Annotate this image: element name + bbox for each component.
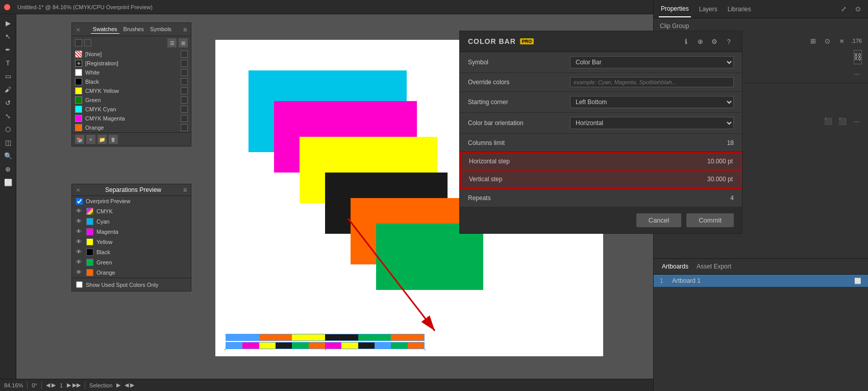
tab-properties[interactable]: Properties xyxy=(659,1,691,17)
artboard-row-1[interactable]: 1 Artboard 1 ⬜ xyxy=(654,275,868,287)
select-tool[interactable]: ▶ xyxy=(2,17,14,29)
status-bar: 84.16% 0° ◀ ▶ 1 ▶ ▶▶ Selection ▶ ◀ ▶ xyxy=(0,379,653,391)
overprint-checkbox[interactable] xyxy=(76,198,83,205)
swatch-none-row[interactable]: [None] xyxy=(72,50,191,59)
artboard-icon: ⬜ xyxy=(854,277,862,285)
blend-tool[interactable]: ⬡ xyxy=(2,123,14,135)
commit-button[interactable]: Commit xyxy=(686,213,734,227)
align-left-icon[interactable]: ⬛ xyxy=(823,116,833,126)
tab-layers[interactable]: Layers xyxy=(697,2,720,17)
type-tool[interactable]: T xyxy=(2,57,14,69)
more-options-2[interactable]: ··· xyxy=(852,116,862,126)
cancel-button[interactable]: Cancel xyxy=(636,213,681,227)
dialog-settings-icon[interactable]: ⚙ xyxy=(709,36,720,46)
chain-link-icon[interactable]: ⛓ xyxy=(854,50,862,64)
swatch-cmyk-yellow-row[interactable]: CMYK Yellow xyxy=(72,86,191,95)
show-spot-colors-checkbox[interactable] xyxy=(76,281,83,288)
right-panel-tabs: Properties Layers Libraries ⤢ ⊙ xyxy=(654,0,868,18)
swatch-new-btn[interactable]: + xyxy=(86,135,95,144)
more-options-1[interactable]: ··· xyxy=(852,68,862,79)
page-nav: ◀ ▶ xyxy=(46,382,56,388)
swatches-list-view[interactable]: ☰ xyxy=(167,38,177,47)
sep-black-row[interactable]: 👁 Black xyxy=(72,247,191,257)
tab-swatches[interactable]: Swatches xyxy=(91,25,119,34)
gradient-tool[interactable]: ◫ xyxy=(2,136,14,149)
sep-eye-black[interactable]: 👁 xyxy=(76,249,83,256)
dialog-icons: ℹ ⊕ ⚙ ? xyxy=(681,36,734,46)
eyedropper-tool[interactable]: 🔍 xyxy=(2,150,14,162)
sep-green-row[interactable]: 👁 Green xyxy=(72,257,191,267)
dialog-badge: PRO xyxy=(520,38,534,44)
dialog-link-icon[interactable]: ⊕ xyxy=(695,36,705,46)
swatches-grid-view[interactable]: ⊞ xyxy=(179,38,188,47)
symbol-select[interactable]: Color Bar xyxy=(570,56,734,68)
tab-symbols[interactable]: Symbols xyxy=(148,25,173,34)
prop-icon-2[interactable]: ⊙ xyxy=(823,36,833,46)
tab-asset-export[interactable]: Asset Export xyxy=(695,262,733,271)
swatches-menu-icon[interactable]: ≡ xyxy=(183,26,187,33)
swatch-folder-btn[interactable]: 📁 xyxy=(97,135,107,144)
sep-magenta-row[interactable]: 👁 Magenta xyxy=(72,227,191,237)
swatch-cmyk-cyan-row[interactable]: CMYK Cyan xyxy=(72,105,191,114)
sep-orange-row[interactable]: 👁 Orange xyxy=(72,267,191,278)
swatch-orange-row[interactable]: Orange xyxy=(72,123,191,132)
prop-icon-3[interactable]: ≡ xyxy=(837,36,847,46)
tab-artboards[interactable]: Artboards xyxy=(660,262,690,271)
starting-corner-select[interactable]: Left Bottom xyxy=(570,96,734,108)
sep-eye-orange[interactable]: 👁 xyxy=(76,269,83,276)
tab-libraries[interactable]: Libraries xyxy=(726,2,753,17)
columns-limit-value: 18 xyxy=(570,139,734,146)
swatch-libraries-btn[interactable]: 📚 xyxy=(75,135,84,144)
artboard-tool[interactable]: ⬜ xyxy=(2,176,14,188)
panel-resize-icon[interactable]: ⤢ xyxy=(838,4,849,14)
sep-cmyk-row[interactable]: 👁 CMYK xyxy=(72,206,191,216)
angle-value: 0° xyxy=(32,382,37,388)
panel-options-icon[interactable]: ⊙ xyxy=(853,4,863,14)
prop-icon-1[interactable]: ⊞ xyxy=(808,36,819,46)
swatch-black-row[interactable]: Black xyxy=(72,77,191,86)
zoom-level[interactable]: 84.16% xyxy=(4,382,23,388)
title-bar: Untitled-1* @ 84.16% (CMYK/CPU Overprint… xyxy=(0,0,653,14)
sep-cyan-row[interactable]: 👁 Cyan xyxy=(72,216,191,227)
direct-select-tool[interactable]: ↖ xyxy=(2,30,14,42)
override-colors-input[interactable] xyxy=(570,77,734,87)
window-title: Untitled-1* @ 84.16% (CMYK/CPU Overprint… xyxy=(17,4,153,10)
swatch-white-row[interactable]: White xyxy=(72,68,191,77)
sep-yellow-row[interactable]: 👁 Yellow xyxy=(72,237,191,247)
dialog-help-icon[interactable]: ? xyxy=(724,36,734,46)
overprint-preview-row[interactable]: Overprint Preview xyxy=(72,196,191,206)
vertical-step-value[interactable]: 30.000 pt xyxy=(571,176,733,183)
dialog-header: COLOR BAR PRO ℹ ⊕ ⚙ ? xyxy=(460,31,742,52)
tab-brushes[interactable]: Brushes xyxy=(121,25,146,34)
swatch-delete-btn[interactable]: 🗑 xyxy=(109,135,118,144)
swatches-footer: 📚 + 📁 🗑 xyxy=(72,132,191,146)
scale-tool[interactable]: ⤡ xyxy=(2,110,14,122)
swatch-green-row[interactable]: Green xyxy=(72,95,191,105)
zoom-tool[interactable]: ⊕ xyxy=(2,163,14,175)
sep-eye-green[interactable]: 👁 xyxy=(76,259,83,266)
sep-eye-yellow[interactable]: 👁 xyxy=(76,238,83,246)
sep-menu-icon[interactable]: ≡ xyxy=(183,186,187,193)
align-right-icon[interactable]: ⬛ xyxy=(837,116,848,126)
shape-tool[interactable]: ▭ xyxy=(2,70,14,82)
page-nav-end: ▶ ▶▶ xyxy=(67,382,81,388)
orientation-select[interactable]: Horizontal xyxy=(570,117,734,129)
columns-limit-row: Columns limit 18 xyxy=(460,134,742,152)
sep-eye-cyan[interactable]: 👁 xyxy=(76,218,83,225)
close-button[interactable] xyxy=(4,4,10,10)
horizontal-step-value[interactable]: 10.000 pt xyxy=(571,158,733,165)
left-toolbar: ▶ ↖ ✒ T ▭ 🖌 ↺ ⤡ ⬡ ◫ 🔍 ⊕ ⬜ xyxy=(0,14,16,391)
swatch-registration-row[interactable]: ✛ [Registration] xyxy=(72,59,191,68)
brush-tool[interactable]: 🖌 xyxy=(2,83,14,95)
swatches-close-button[interactable]: ✕ xyxy=(76,27,81,32)
status-divider-3 xyxy=(85,382,85,389)
sep-close-button[interactable]: ✕ xyxy=(76,187,81,192)
status-scroll[interactable]: ◀ ▶ xyxy=(125,382,134,388)
rotate-tool[interactable]: ↺ xyxy=(2,96,14,109)
dialog-info-icon[interactable]: ℹ xyxy=(681,36,691,46)
sep-eye-magenta[interactable]: 👁 xyxy=(76,228,83,235)
pen-tool[interactable]: ✒ xyxy=(2,43,14,56)
swatch-cmyk-magenta-row[interactable]: CMYK Magenta xyxy=(72,114,191,123)
repeats-value: 4 xyxy=(570,194,734,202)
sep-eye-cmyk[interactable]: 👁 xyxy=(76,208,83,215)
